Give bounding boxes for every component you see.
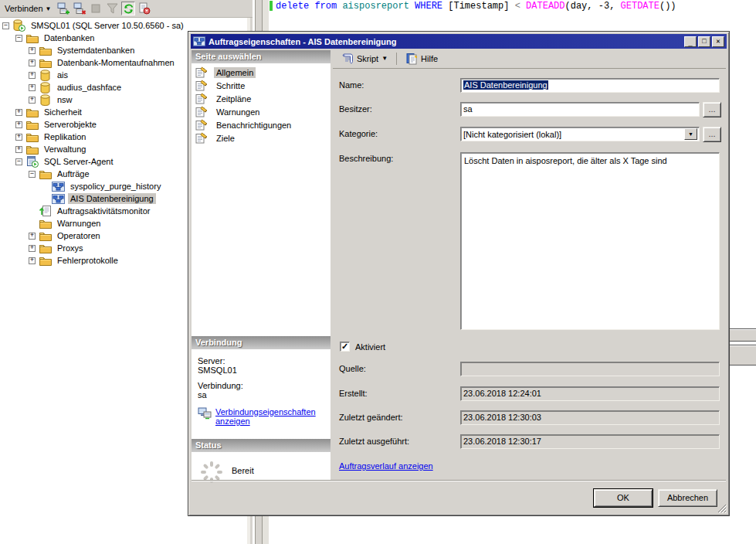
change-tracking-bar — [270, 1, 273, 11]
tree-expander-icon[interactable]: + — [29, 60, 36, 66]
tree-expander-icon[interactable]: + — [29, 245, 36, 252]
tree-expander-icon[interactable]: + — [15, 134, 22, 141]
tree-expander-icon[interactable]: − — [15, 158, 22, 165]
tree-expander-icon[interactable]: − — [29, 171, 36, 178]
tree-item-label[interactable]: SQL Server-Agent — [42, 156, 115, 167]
tree-item[interactable]: −SMSQL01 (SQL Server 10.50.6560 - sa) — [0, 19, 250, 32]
page-item-label[interactable]: Schritte — [214, 80, 247, 91]
tree-expander-icon[interactable]: + — [29, 72, 36, 79]
tree-item-label[interactable]: Systemdatenbanken — [55, 45, 137, 56]
connection-properties-icon — [198, 407, 212, 420]
tree-item-label[interactable]: Proxys — [55, 243, 86, 253]
tree-expander-icon[interactable]: + — [29, 84, 36, 91]
minimize-button[interactable]: _ — [684, 36, 697, 47]
page-item-label[interactable]: Ziele — [214, 133, 237, 144]
page-item-benachrichtigungen[interactable]: Benachrichtigungen — [192, 118, 331, 131]
connect-button[interactable]: Verbinden ▼ — [2, 2, 54, 15]
tree-expander-icon[interactable]: + — [15, 121, 22, 128]
help-button[interactable]: Hilfe — [402, 51, 441, 66]
sql-token — [520, 1, 526, 12]
script-button[interactable]: Skript ▼ — [338, 51, 391, 66]
owner-label: Besitzer: — [339, 104, 372, 114]
db-icon — [39, 94, 52, 106]
description-textarea[interactable]: Löscht Daten in aisposreport, die älter … — [460, 152, 720, 330]
editor-horizontal-bar — [730, 328, 756, 342]
tree-item-label[interactable]: Fehlerprotokolle — [55, 255, 120, 266]
folder-icon — [39, 254, 52, 267]
tree-expander-icon[interactable]: − — [15, 35, 22, 42]
last-executed-label: Zuletzt ausgeführt: — [339, 437, 409, 446]
name-input-value: AIS Datenbereinigung — [463, 80, 548, 90]
server-icon — [12, 19, 25, 32]
connect-server-icon[interactable] — [56, 2, 70, 15]
tree-item-label[interactable]: Operatoren — [55, 230, 103, 241]
folder-icon — [25, 106, 39, 118]
page-item-schritte[interactable]: Schritte — [192, 79, 331, 92]
tree-item-label[interactable]: SMSQL01 (SQL Server 10.50.6560 - sa) — [29, 20, 186, 31]
tree-item-label[interactable]: AIS Datenbereinigung — [68, 193, 156, 204]
tree-expander-icon[interactable]: + — [29, 97, 36, 104]
enabled-checkbox[interactable]: ✓ — [340, 342, 350, 352]
tree-item-label[interactable]: Replikation — [42, 131, 88, 142]
sql-token: DATEADD — [526, 1, 564, 12]
page-item-label[interactable]: Allgemein — [214, 67, 256, 78]
tree-item-label[interactable]: syspolicy_purge_history — [68, 181, 163, 192]
page-item-label[interactable]: Warnungen — [214, 107, 262, 117]
tree-item-label[interactable]: Verwaltung — [42, 144, 88, 155]
sql-token — [409, 1, 415, 12]
cancel-button[interactable]: Abbrechen — [658, 489, 717, 507]
sql-query-text[interactable]: delete from aisposreport WHERE [Timestam… — [276, 1, 676, 12]
disconnect-server-icon[interactable] — [73, 2, 86, 15]
delete-script-icon[interactable] — [137, 2, 151, 15]
resize-grip[interactable] — [717, 503, 727, 513]
maximize-button[interactable]: □ — [698, 36, 710, 47]
tree-expander-icon[interactable]: + — [29, 233, 36, 240]
tree-item-label[interactable]: nsw — [55, 94, 75, 105]
category-browse-button[interactable]: ... — [703, 127, 721, 142]
last-executed-field: 23.06.2018 12:30:17 — [460, 434, 720, 449]
page-item-label[interactable]: Benachrichtigungen — [214, 120, 293, 131]
page-item-warnungen[interactable]: Warnungen — [192, 105, 331, 118]
status-header: Status — [192, 439, 331, 452]
page-item-label[interactable]: Zeitpläne — [214, 94, 253, 104]
owner-browse-button[interactable]: ... — [703, 102, 721, 117]
folder-icon — [25, 131, 39, 143]
close-button[interactable]: ✕ — [712, 36, 724, 47]
folder-icon — [25, 32, 39, 44]
tree-item-label[interactable]: Aufträge — [55, 168, 92, 179]
tree-item-label[interactable]: Datenbanken — [42, 32, 97, 43]
owner-input-value: sa — [463, 104, 473, 114]
tree-item-label[interactable]: audius_dashface — [55, 82, 124, 93]
tree-expander-icon[interactable]: + — [15, 146, 22, 153]
page-item-zeitpläne[interactable]: Zeitpläne — [192, 92, 331, 105]
tree-item-label[interactable]: Warnungen — [55, 218, 103, 229]
page-item-allgemein[interactable]: Allgemein — [192, 66, 331, 79]
page-item-ziele[interactable]: Ziele — [192, 131, 331, 144]
category-dropdown[interactable]: [Nicht kategorisiert (lokal)] ▼ — [460, 127, 700, 141]
tree-expander-icon[interactable]: + — [15, 109, 22, 116]
owner-input[interactable]: sa — [460, 102, 700, 117]
chevron-down-icon[interactable]: ▼ — [684, 128, 697, 140]
name-input[interactable]: AIS Datenbereinigung — [460, 78, 720, 93]
help-button-label: Hilfe — [421, 54, 438, 63]
tree-expander-icon[interactable]: + — [29, 257, 36, 264]
db-icon — [39, 81, 52, 94]
tree-item-label[interactable]: ais — [55, 70, 70, 80]
tree-expander-icon[interactable]: − — [2, 22, 9, 29]
job-properties-dialog: Auftragseigenschaften - AIS Datenbereini… — [188, 31, 730, 516]
tree-item-label[interactable]: Datenbank-Momentaufnahmen — [55, 57, 177, 68]
view-connection-properties-link[interactable]: Verbindungseigenschaften anzeigen — [215, 407, 317, 426]
refresh-icon[interactable] — [121, 2, 135, 15]
tree-item-label[interactable]: Serverobjekte — [42, 119, 99, 130]
name-label: Name: — [339, 80, 364, 90]
dialog-titlebar[interactable]: Auftragseigenschaften - AIS Datenbereini… — [191, 34, 727, 49]
tree-expander-icon[interactable]: + — [29, 47, 36, 54]
sql-token: (day, -3, — [565, 1, 621, 12]
tree-item-label[interactable]: Auftragsaktivitätsmonitor — [55, 206, 152, 216]
view-job-history-link[interactable]: Auftragsverlauf anzeigen — [339, 461, 433, 471]
ok-button[interactable]: OK — [594, 489, 653, 507]
server-value: SMSQL01 — [198, 366, 326, 375]
connection-value: sa — [198, 390, 326, 400]
tree-item-label[interactable]: Sicherheit — [42, 107, 84, 117]
folder-icon — [39, 44, 52, 56]
